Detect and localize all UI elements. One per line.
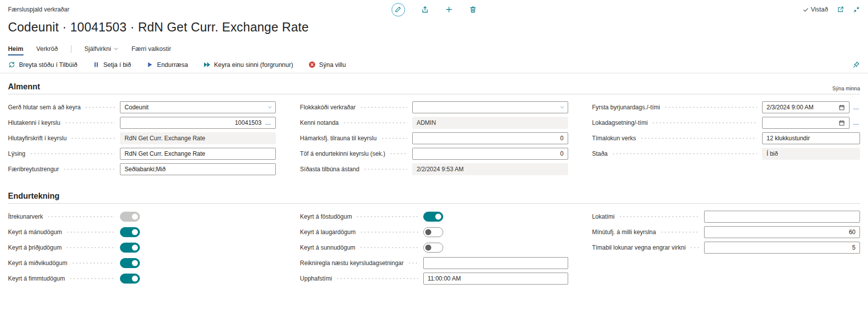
field-row: Hlutayfirskrift í keyrsluRdN Get Curr. E… xyxy=(8,132,276,144)
tab-verkr[interactable]: Verkröð xyxy=(36,41,58,56)
field-input[interactable] xyxy=(412,148,568,160)
field-label: Lokatími xyxy=(592,213,615,220)
action-run-once[interactable]: Keyra einu sinni (forgrunnur) xyxy=(203,61,293,68)
field-label: Keyrt á laugardögum xyxy=(300,229,355,236)
field-row: Keyrt á föstudögum xyxy=(300,211,568,223)
field-row: Fyrsta byrjunardags./-tími2/3/2024 9:00 … xyxy=(592,101,860,113)
field-input[interactable] xyxy=(762,132,860,144)
field-row: Lokatími xyxy=(592,211,860,223)
section-endurtekning: Endurtekning ÍtrekunarverkKeyrt á mánudö… xyxy=(8,192,860,288)
pin-button[interactable] xyxy=(853,61,860,68)
collapse-button[interactable] xyxy=(853,6,860,13)
field-column: Gerð hlutar sem á að keyraHlutakenni í k… xyxy=(8,101,276,179)
combobox-input[interactable] xyxy=(120,101,276,113)
action-restart[interactable]: Endurræsa xyxy=(146,61,188,68)
field-row: Upphafstími xyxy=(300,273,568,285)
field-label: Tímalokun verks xyxy=(592,135,636,142)
dotted-leader xyxy=(343,117,407,129)
share-button[interactable] xyxy=(421,5,429,13)
dotted-leader xyxy=(389,148,407,160)
field-row: Tímalokun verks xyxy=(592,132,860,144)
field-input[interactable] xyxy=(423,273,568,285)
show-less-link[interactable]: Sýna minna xyxy=(833,85,860,91)
toggle-knob xyxy=(132,245,138,251)
field-input[interactable] xyxy=(412,132,568,144)
dotted-leader xyxy=(360,101,407,113)
assist-edit-button[interactable]: … xyxy=(852,104,860,111)
date-field[interactable]: 2/3/2024 9:00 AM xyxy=(762,101,850,113)
field-input[interactable] xyxy=(120,148,276,160)
field-row: Lýsing xyxy=(8,148,276,160)
field-column: Keyrt á föstudögumKeyrt á laugardögumKey… xyxy=(300,211,568,288)
field-row: Keyrt á miðvikudögum xyxy=(8,257,276,269)
tab-divider xyxy=(71,45,71,53)
assist-field[interactable]: 10041503… xyxy=(120,117,276,129)
field-label: Mínútufj. á milli keyrslna xyxy=(592,229,656,236)
field-input[interactable] xyxy=(120,163,276,175)
toggle-switch[interactable] xyxy=(423,227,443,237)
combobox-input[interactable] xyxy=(412,101,568,113)
action-change-status[interactable]: Breyta stöðu í Tilbúið xyxy=(8,61,77,68)
tab-f-rri-valkostir[interactable]: Færri valkostir xyxy=(131,41,171,56)
add-button[interactable] xyxy=(445,5,453,13)
breadcrumb[interactable]: Færsluspjald verkraðar xyxy=(8,6,69,13)
action-show-error[interactable]: Sýna villu xyxy=(308,61,346,68)
field-label: Keyrt á þriðjudögum xyxy=(8,244,61,251)
field-label: Keyrt á föstudögum xyxy=(300,213,352,220)
toggle-switch[interactable] xyxy=(423,243,443,253)
delete-button[interactable] xyxy=(469,5,477,13)
field-control xyxy=(423,273,568,285)
error-icon xyxy=(308,61,316,68)
field-row: Ítrekunarverk xyxy=(8,211,276,223)
field-label: Staða xyxy=(592,150,608,157)
assist-edit-button[interactable]: … xyxy=(852,119,860,126)
field-input[interactable] xyxy=(704,211,860,223)
field-value: 10041503 xyxy=(124,119,261,126)
dotted-leader xyxy=(356,211,418,223)
field-label: Hlutakenni í keyrslu xyxy=(8,119,60,126)
field-control xyxy=(412,132,568,144)
toggle-switch[interactable] xyxy=(120,227,140,237)
assist-edit-button[interactable]: … xyxy=(265,120,271,126)
toggle-switch[interactable] xyxy=(423,212,443,222)
field-label: Keyrt á mánudögum xyxy=(8,229,62,236)
field-input[interactable] xyxy=(423,257,568,269)
field-input[interactable] xyxy=(704,242,860,254)
toggle-switch[interactable] xyxy=(120,274,140,284)
field-label: Hlutayfirskrift í keyrslu xyxy=(8,135,66,142)
action-set-on-hold[interactable]: Setja í bið xyxy=(92,61,131,68)
tab-sj-lfvirkni[interactable]: Sjálfvirkni xyxy=(84,41,119,56)
field-control xyxy=(704,242,860,254)
field-grid: Gerð hlutar sem á að keyraHlutakenni í k… xyxy=(8,101,860,179)
action-label: Breyta stöðu í Tilbúið xyxy=(19,61,77,68)
field-label: Fyrsta byrjunardags./-tími xyxy=(592,104,660,111)
field-label: Gerð hlutar sem á að keyra xyxy=(8,104,80,111)
field-label: Keyrt á fimmtudögum xyxy=(8,275,65,282)
dotted-leader xyxy=(381,132,407,144)
popout-button[interactable] xyxy=(837,6,844,13)
dotted-leader xyxy=(690,242,699,254)
field-control xyxy=(120,163,276,175)
field-label: Hámarksfj. tilrauna til keyrslu xyxy=(300,135,376,142)
dotted-leader xyxy=(660,226,699,238)
field-control xyxy=(120,212,276,222)
field-input[interactable] xyxy=(704,226,860,238)
field-control xyxy=(423,212,568,222)
toggle-switch[interactable] xyxy=(120,243,140,253)
dotted-leader xyxy=(63,163,115,175)
dotted-leader xyxy=(29,148,115,160)
field-row: Mínútufj. á milli keyrslna xyxy=(592,226,860,238)
tab-heim[interactable]: Heim xyxy=(8,41,23,56)
toggle-knob xyxy=(425,245,431,251)
field-row: Færibreytustrengur xyxy=(8,163,276,175)
field-control xyxy=(120,258,276,268)
field-control: ADMIN xyxy=(412,117,568,129)
field-column: Fyrsta byrjunardags./-tími2/3/2024 9:00 … xyxy=(592,101,860,163)
action-bar-items: Breyta stöðu í TilbúiðSetja í biðEndurræ… xyxy=(8,61,346,68)
calendar-icon xyxy=(839,120,845,126)
dotted-leader xyxy=(66,226,115,238)
edit-button[interactable] xyxy=(391,3,405,16)
toggle-switch[interactable] xyxy=(120,258,140,268)
dotted-leader xyxy=(336,273,418,285)
date-field[interactable] xyxy=(762,117,850,129)
